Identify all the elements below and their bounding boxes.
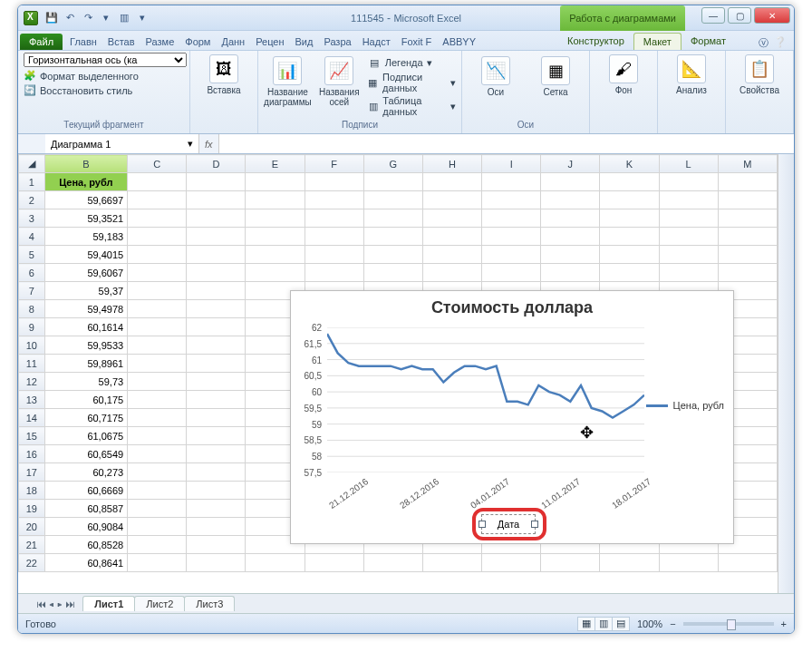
cell[interactable]: 60,6669 [44,482,128,500]
cell[interactable] [718,264,777,282]
data-table-button[interactable]: ▥Таблица данных ▾ [367,94,456,118]
sheet-nav[interactable]: ⏮ ◀ ▶ ⏭ [36,599,75,609]
close-button[interactable]: ✕ [754,7,790,24]
cell[interactable] [187,173,246,191]
cell[interactable] [422,191,481,209]
col-header[interactable]: B [44,155,128,173]
cell[interactable] [541,173,600,191]
row-header[interactable]: 21 [19,536,45,554]
cell[interactable] [187,445,246,463]
zoom-level[interactable]: 100% [637,618,662,629]
row-header[interactable]: 5 [19,246,45,264]
cell[interactable] [246,191,304,209]
cell[interactable] [128,409,187,427]
cell[interactable] [422,264,481,282]
cell[interactable] [187,554,246,572]
col-header[interactable]: I [482,155,541,173]
tab-formulas[interactable]: Форм [179,34,216,50]
cell[interactable]: 60,175 [44,391,128,409]
cell[interactable] [128,536,187,554]
properties-button[interactable]: 📋Свойства [731,53,788,95]
row-header[interactable]: 13 [19,391,45,409]
cell[interactable] [541,246,600,264]
row-header[interactable]: 19 [19,500,45,518]
row-header[interactable]: 14 [19,409,45,427]
cell[interactable]: 59,6697 [44,191,128,209]
col-header[interactable]: G [363,155,422,173]
cell[interactable] [128,246,187,264]
cell[interactable] [422,228,481,246]
sheet-tab[interactable]: Лист2 [134,596,185,611]
cell[interactable] [659,209,718,228]
cell[interactable] [187,463,246,482]
formula-input[interactable] [218,134,794,153]
cell[interactable] [304,246,363,264]
qat-more-icon[interactable]: ▾ [134,10,150,26]
cell[interactable] [187,482,246,500]
axes-button[interactable]: 📉Оси [468,54,524,97]
cell[interactable] [187,300,246,318]
cell[interactable]: 59,4978 [44,300,128,318]
vertical-scrollbar[interactable] [778,154,794,593]
cell[interactable] [187,209,246,228]
cell[interactable] [128,173,187,191]
cell[interactable] [128,355,187,373]
plot-area[interactable] [327,327,644,472]
cell[interactable] [600,191,659,209]
cell[interactable] [600,246,659,264]
cell[interactable] [600,173,659,191]
reset-style-button[interactable]: Восстановить стиль [40,85,132,96]
legend-button[interactable]: ▤Легенда ▾ [367,54,456,71]
cell[interactable] [187,536,246,554]
row-header[interactable]: 3 [19,209,45,228]
maximize-button[interactable]: ▢ [728,7,751,24]
cell[interactable]: 59,73 [44,373,128,391]
cell[interactable] [304,173,363,191]
cell[interactable] [363,191,422,209]
cell[interactable] [128,264,187,282]
cell[interactable]: 60,7175 [44,409,128,427]
zoom-slider[interactable] [683,622,774,626]
cell[interactable] [246,228,304,246]
col-header[interactable]: K [600,155,659,173]
cell[interactable] [187,409,246,427]
row-header[interactable]: 2 [19,191,45,209]
cell[interactable] [718,228,777,246]
cell[interactable] [128,391,187,409]
col-header[interactable]: F [304,155,363,173]
cell[interactable] [128,500,187,518]
cell[interactable] [187,355,246,373]
tab-design[interactable]: Конструктор [558,33,633,50]
row-header[interactable]: 6 [19,264,45,282]
data-labels-button[interactable]: ▦Подписи данных ▾ [367,71,456,94]
cell[interactable] [128,336,187,355]
format-selection-button[interactable]: Формат выделенного [40,71,139,82]
tab-insert[interactable]: Встав [102,34,140,50]
cell[interactable]: 60,8641 [44,554,128,572]
cell[interactable] [128,318,187,336]
cell[interactable] [600,228,659,246]
tab-format[interactable]: Формат [682,33,735,50]
tab-layout[interactable]: Макет [633,33,682,50]
col-header[interactable]: H [422,155,481,173]
chart-title[interactable]: Стоимость доллара [291,291,733,325]
cell[interactable] [363,209,422,228]
cell[interactable] [422,173,481,191]
cell[interactable] [128,373,187,391]
cell[interactable] [187,228,246,246]
cell[interactable]: 59,183 [44,228,128,246]
zoom-in-button[interactable]: + [781,618,787,629]
minimize-ribbon-icon[interactable]: ⓥ [759,36,768,50]
cell[interactable] [482,209,541,228]
cell[interactable]: 60,1614 [44,318,128,336]
row-header[interactable]: 9 [19,318,45,336]
minimize-button[interactable]: — [701,7,725,24]
cell[interactable] [246,209,304,228]
col-header[interactable]: L [659,155,718,173]
row-header[interactable]: 12 [19,373,45,391]
cell[interactable] [128,191,187,209]
qat-item-icon[interactable]: ▥ [116,10,132,26]
cell[interactable] [659,228,718,246]
row-header[interactable]: 15 [19,427,45,445]
cell[interactable] [718,173,777,191]
